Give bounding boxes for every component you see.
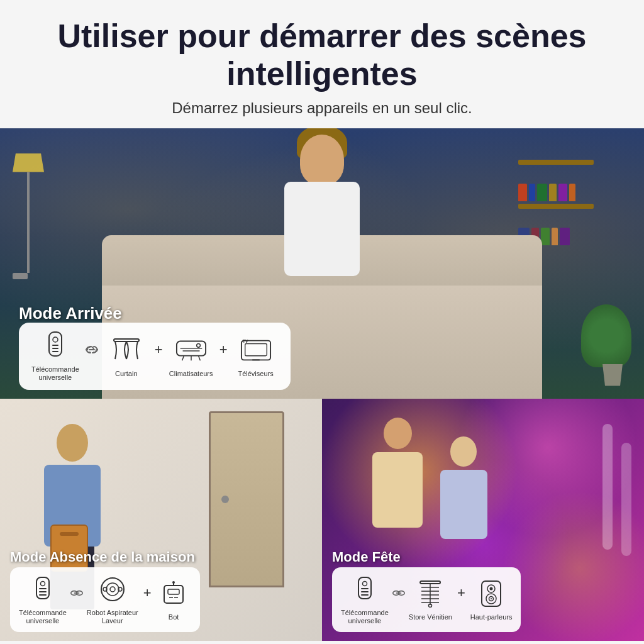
bottom-scenes: Mode Absence de la maison Télécommandeun… [0,399,644,641]
svg-point-57 [491,598,492,599]
svg-text:TV: TV [242,339,248,343]
svg-point-54 [490,587,493,590]
svg-rect-40 [361,594,369,596]
device-remote-3: Télécommandeuniverselle [341,574,389,625]
link-icon-2 [70,588,83,611]
bot-icon [158,578,189,609]
bot-label: Bot [169,613,179,621]
plus-4: + [457,585,465,614]
page-subtitle: Démarrez plusieurs appareils en un seul … [38,99,606,117]
svg-rect-5 [114,339,139,341]
svg-rect-14 [245,343,267,355]
svg-rect-3 [52,348,58,349]
person-figure [253,135,391,323]
party-mode-label: Mode Fête [332,549,401,565]
svg-point-35 [172,581,175,584]
svg-point-37 [362,582,367,586]
scenes-grid: Mode Arrivée Télécommandeuniverselle [0,128,644,641]
svg-rect-21 [39,594,47,596]
curtain-icon-1 [111,335,142,366]
svg-point-51 [429,604,432,607]
page-title: Utiliser pour démarrer des scènes intell… [38,18,606,93]
device-remote-1: Télécommandeuniverselle [31,330,79,382]
party-devices-card: Télécommandeuniverselle [332,567,521,631]
plant-decoration [594,304,631,386]
blind-icon [414,578,446,609]
svg-line-10 [182,355,184,360]
away-devices-card: Télécommandeuniverselle [10,567,200,631]
svg-rect-4 [52,351,58,352]
tv-icon-1: TV [240,335,272,366]
link-icon-1 [84,344,99,368]
remote-icon-3 [349,574,380,605]
party-person-2 [429,436,498,575]
remote-label-1: Télécommandeuniverselle [31,365,79,382]
blind-label: Store Vénitien [409,613,452,621]
arrival-devices-card: Télécommandeuniverselle [19,323,291,389]
speaker-icon [475,578,507,609]
arrival-scene: Mode Arrivée Télécommandeuniverselle [0,128,644,399]
robot-icon [97,574,128,605]
device-speaker: Haut-parleurs [470,578,513,621]
plus-2: + [219,341,228,370]
lamp-decoration [19,153,38,279]
floor-lamps [602,424,631,556]
svg-rect-31 [168,589,179,594]
remote-icon-2 [27,574,58,605]
device-robot: Robot AspirateurLaveur [87,574,138,625]
remote-icon-1 [40,330,71,362]
svg-rect-38 [361,588,369,589]
svg-rect-39 [361,591,369,592]
svg-rect-0 [49,332,62,356]
svg-point-1 [53,337,58,342]
svg-point-9 [196,343,200,347]
device-blind: Store Vénitien [409,578,452,621]
tv-label-1: Téléviseurs [238,370,273,378]
device-curtain-1: Curtain [104,335,148,378]
plus-1: + [155,341,163,370]
away-mode-label: Mode Absence de la maison [10,549,195,565]
speaker-label: Haut-parleurs [470,613,513,621]
arrival-mode-label: Mode Arrivée [19,304,122,323]
away-scene: Mode Absence de la maison Télécommandeun… [0,399,322,641]
device-tv-1: TV Téléviseurs [234,335,278,378]
party-scene: Mode Fête Télécommandeuniverselle [322,399,644,641]
device-remote-2: Télécommandeuniverselle [19,574,67,625]
remote-label-3: Télécommandeuniverselle [341,609,389,625]
device-bot: Bot [157,578,191,621]
svg-point-27 [110,587,115,592]
svg-point-26 [106,583,119,596]
plus-3: + [143,585,152,614]
svg-line-12 [198,355,200,360]
svg-rect-20 [39,591,47,592]
svg-rect-2 [52,345,58,346]
svg-rect-44 [420,581,440,584]
svg-point-25 [101,578,124,601]
svg-rect-19 [39,588,47,589]
svg-point-18 [40,582,45,586]
link-icon-3 [392,588,405,611]
ac-icon-1 [175,335,207,366]
ac-label-1: Climatisateurs [169,370,213,378]
remote-label-2: Télécommandeuniverselle [19,609,67,625]
door [209,411,284,587]
curtain-label-1: Curtain [115,370,137,378]
robot-label: Robot AspirateurLaveur [87,609,138,625]
device-ac-1: Climatisateurs [169,335,213,378]
page-header: Utiliser pour démarrer des scènes intell… [0,0,644,128]
